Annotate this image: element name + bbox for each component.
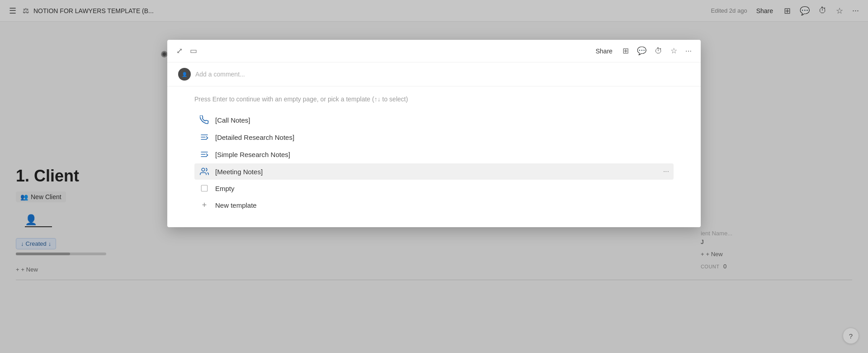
modal-share-button[interactable]: Share <box>592 46 616 57</box>
template-item-empty[interactable]: Empty <box>194 181 674 196</box>
modal-more-button[interactable]: ··· <box>684 45 693 57</box>
meeting-notes-label: [Meeting Notes] <box>215 168 263 176</box>
template-hint: Press Enter to continue with an empty pa… <box>194 95 674 103</box>
template-item-simple-research[interactable]: [Simple Research Notes] <box>194 146 674 162</box>
expand-icon: ⤢ <box>176 46 183 56</box>
modal-header-right: Share ⊞ 💬 ⏱ ☆ ··· <box>592 44 693 57</box>
modal-comment-button[interactable]: 💬 <box>635 44 648 57</box>
template-item-meeting-notes[interactable]: [Meeting Notes] ··· <box>194 163 674 180</box>
avatar-text: 👤 <box>182 72 187 77</box>
empty-icon <box>199 184 210 192</box>
new-template-label: New template <box>215 201 257 209</box>
call-notes-label: [Call Notes] <box>215 116 250 124</box>
avatar: 👤 <box>178 68 191 81</box>
comment-placeholder[interactable]: Add a comment... <box>195 71 245 78</box>
modal-header: ⤢ ▭ Share ⊞ 💬 ⏱ ☆ ··· <box>167 40 701 62</box>
window-icon: ▭ <box>190 46 197 56</box>
template-item-call-notes[interactable]: [Call Notes] <box>194 112 674 128</box>
modal-window-button[interactable]: ▭ <box>188 44 199 57</box>
simple-research-label: [Simple Research Notes] <box>215 151 290 158</box>
comment-area: 👤 Add a comment... <box>167 62 701 86</box>
svg-rect-7 <box>201 185 208 191</box>
modal-grid-button[interactable]: ⊞ <box>621 44 631 57</box>
modal-expand-button[interactable]: ⤢ <box>175 44 184 57</box>
template-item-detailed-research[interactable]: [Detailed Research Notes] <box>194 129 674 145</box>
meeting-notes-icon <box>199 167 210 176</box>
svg-point-6 <box>202 168 205 172</box>
template-list: [Call Notes] [Detailed Research Notes] <box>194 112 674 214</box>
new-template-plus-icon: + <box>199 200 210 210</box>
simple-research-icon <box>199 150 210 159</box>
empty-label: Empty <box>215 185 235 192</box>
modal-history-button[interactable]: ⏱ <box>653 45 664 57</box>
call-notes-icon <box>199 115 210 124</box>
template-item-new-template[interactable]: + New template <box>194 197 674 214</box>
modal-favorite-button[interactable]: ☆ <box>669 44 679 57</box>
modal-header-left: ⤢ ▭ <box>175 44 199 57</box>
detailed-research-label: [Detailed Research Notes] <box>215 134 294 141</box>
modal-dialog: ⤢ ▭ Share ⊞ 💬 ⏱ ☆ ··· 👤 Add a comment...… <box>167 40 701 227</box>
template-picker: Press Enter to continue with an empty pa… <box>167 86 701 227</box>
meeting-notes-dots[interactable]: ··· <box>663 167 669 176</box>
detailed-research-icon <box>199 133 210 142</box>
